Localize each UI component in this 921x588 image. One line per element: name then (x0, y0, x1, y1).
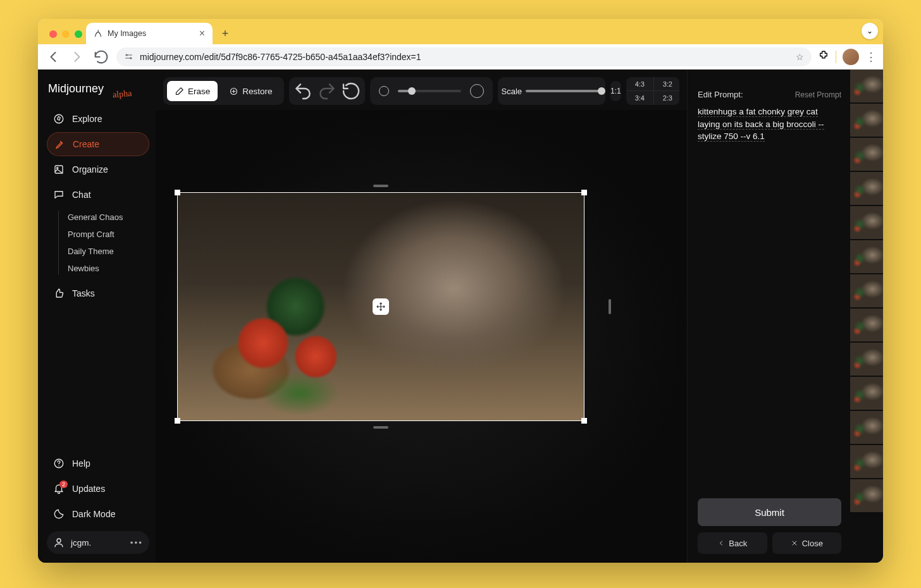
aspect-1-1[interactable]: 1:1 (610, 81, 621, 101)
user-menu[interactable]: jcgm. ••• (47, 531, 149, 554)
edit-prompt-panel: Edit Prompt: Reset Prompt kittenhugs a f… (687, 70, 850, 563)
profile-avatar[interactable] (843, 49, 859, 65)
more-icon[interactable]: ••• (130, 538, 143, 548)
maximize-window-icon[interactable] (75, 30, 82, 38)
crop-handle-tl[interactable] (175, 190, 180, 195)
tab-title: My Images (108, 29, 146, 38)
svg-point-0 (126, 54, 127, 56)
extensions-icon[interactable] (818, 50, 829, 64)
thumbnail[interactable] (850, 309, 883, 341)
thumbnail[interactable] (850, 274, 883, 307)
address-bar[interactable]: midjourney.com/edit/5d7f9c86-7765-4725-b… (116, 47, 812, 66)
crop-edge-right[interactable] (609, 299, 611, 314)
sidebar-item-organize[interactable]: Organize (47, 157, 149, 181)
scale-group: Scale (498, 77, 606, 105)
star-icon[interactable]: ☆ (796, 52, 804, 62)
prompt-text[interactable]: kittenhugs a fat chonky grey cat laying … (698, 106, 841, 143)
redo-button[interactable] (317, 81, 337, 101)
browser-tab[interactable]: My Images × (86, 23, 213, 44)
canvas[interactable] (156, 110, 687, 563)
brush-size-slider[interactable] (398, 90, 461, 92)
username: jcgm. (71, 538, 91, 548)
sidebar-item-chat[interactable]: Chat (47, 183, 149, 207)
crop-handle-bl[interactable] (175, 418, 180, 424)
crop-edge-top[interactable] (373, 185, 388, 187)
sidebar-item-create[interactable]: Create (47, 132, 149, 156)
thumbnail[interactable] (850, 206, 883, 239)
aspect-3-2[interactable]: 3:2 (654, 77, 679, 91)
thumbnail[interactable] (850, 240, 883, 273)
crop-box[interactable] (177, 192, 584, 421)
erase-button[interactable]: Erase (167, 81, 218, 101)
crop-edge-bottom[interactable] (373, 426, 388, 429)
site-settings-icon[interactable] (124, 52, 133, 61)
close-button-panel[interactable]: Close (772, 532, 842, 554)
close-tab-icon[interactable]: × (199, 28, 205, 39)
crop-handle-tr[interactable] (581, 190, 587, 195)
moon-icon (53, 508, 65, 520)
sidebar-item-help[interactable]: Help (47, 451, 149, 475)
subnav-daily-theme[interactable]: Daily Theme (68, 245, 149, 258)
thumbnail[interactable] (850, 138, 883, 171)
aspect-ratio-grid: 4:3 3:2 16:9 2:1 3:4 2:3 9:16 1:2 (626, 77, 679, 105)
minimize-window-icon[interactable] (62, 30, 70, 38)
new-tab-button[interactable]: + (216, 25, 234, 42)
submit-button[interactable]: Submit (698, 498, 841, 526)
reset-prompt-button[interactable]: Reset Prompt (795, 90, 841, 99)
thumbnail[interactable] (850, 172, 883, 205)
thumbnail[interactable] (850, 377, 883, 410)
sidebar-item-updates[interactable]: 2 Updates (47, 477, 149, 501)
close-window-icon[interactable] (49, 30, 57, 38)
subnav-general-chaos[interactable]: General Chaos (68, 211, 149, 224)
tabs-dropdown-button[interactable]: ⌄ (862, 23, 878, 39)
close-icon (791, 539, 798, 547)
main-area: Erase Restore (156, 70, 687, 563)
thumbnail[interactable] (850, 343, 883, 376)
alpha-tag: alpha (112, 89, 132, 101)
url-bar: midjourney.com/edit/5d7f9c86-7765-4725-b… (38, 44, 883, 70)
reload-button[interactable] (92, 48, 110, 66)
chat-icon (53, 189, 65, 200)
reset-button[interactable] (341, 81, 361, 101)
undo-button[interactable] (293, 81, 313, 101)
svg-point-6 (57, 539, 61, 542)
subnav-newbies[interactable]: Newbies (68, 262, 149, 275)
brush-small-icon[interactable] (379, 86, 389, 96)
aspect-2-3[interactable]: 2:3 (654, 91, 679, 105)
scale-label: Scale (502, 87, 522, 96)
divider (836, 51, 836, 63)
eraser-icon (175, 87, 184, 96)
brush-size-group (370, 77, 493, 105)
back-button[interactable] (44, 48, 62, 66)
aspect-4-3[interactable]: 4:3 (626, 77, 654, 91)
thumbnail[interactable] (850, 411, 883, 444)
brush-large-icon[interactable] (470, 84, 484, 98)
logo: Midjourney alpha (48, 82, 149, 95)
sidebar-item-tasks[interactable]: Tasks (47, 281, 149, 305)
chevron-left-icon (717, 539, 725, 547)
app-root: Midjourney alpha Explore Create Organize (38, 70, 883, 563)
scale-slider[interactable] (526, 90, 602, 92)
restore-button[interactable]: Restore (221, 81, 280, 101)
back-button-panel[interactable]: Back (698, 532, 767, 554)
crop-handle-br[interactable] (581, 418, 587, 424)
thumbnail[interactable] (850, 445, 883, 478)
help-icon (53, 458, 65, 469)
history-group (289, 77, 365, 105)
forward-button[interactable] (68, 48, 86, 66)
thumbnail[interactable] (850, 104, 883, 137)
move-button[interactable] (373, 298, 389, 315)
toolbar: Erase Restore (156, 70, 687, 110)
erase-restore-group: Erase Restore (163, 77, 284, 105)
subnav-prompt-craft[interactable]: Prompt Craft (68, 228, 149, 241)
aspect-3-4[interactable]: 3:4 (626, 91, 654, 105)
thumbnail[interactable] (850, 70, 883, 102)
sidebar-item-darkmode[interactable]: Dark Mode (47, 502, 149, 526)
svg-point-2 (54, 114, 63, 123)
brush-icon (54, 138, 65, 150)
user-icon (53, 537, 65, 548)
window-controls[interactable] (46, 30, 86, 44)
browser-menu-icon[interactable]: ⋮ (865, 50, 877, 64)
sidebar-item-explore[interactable]: Explore (47, 107, 149, 131)
thumbnail[interactable] (850, 479, 883, 512)
